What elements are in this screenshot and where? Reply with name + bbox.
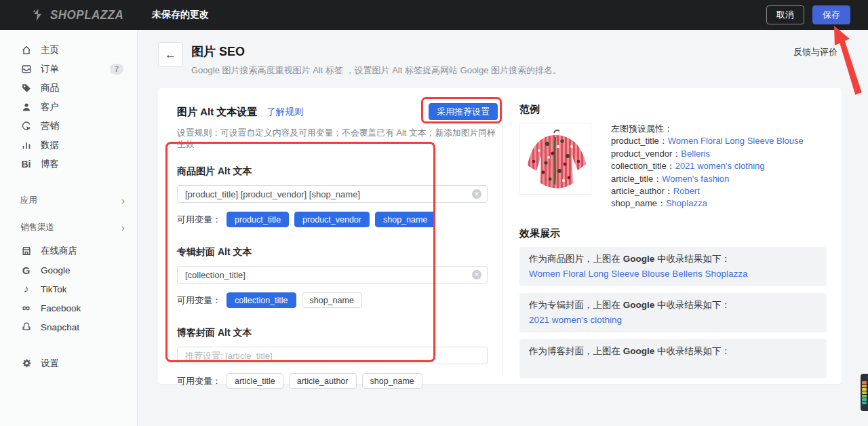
collection-alt-section: 专辑封面 Alt 文本 ✕ 可用变量： collection_title sho… xyxy=(177,246,502,308)
back-arrow-icon: ← xyxy=(165,48,176,62)
facebook-meta-icon: ∞ xyxy=(20,303,32,314)
google-icon: G xyxy=(20,265,32,276)
storefront-icon xyxy=(20,246,32,257)
sidebar-item-label: 主页 xyxy=(41,44,59,56)
sidebar-item-online-store[interactable]: 在线商店 xyxy=(0,241,137,260)
sidebar-item-label: Facebook xyxy=(41,303,81,313)
sidebar-item-label: Google xyxy=(41,265,71,275)
chevron-right-icon: › xyxy=(121,222,125,233)
shoplazza-logo-icon xyxy=(31,8,45,22)
feedback-widget[interactable] xyxy=(861,374,868,411)
clear-input-icon[interactable]: ✕ xyxy=(472,189,481,199)
home-icon xyxy=(20,45,32,56)
sidebar-item-label: 数据 xyxy=(41,139,59,151)
topbar: SHOPLAZZA 未保存的更改 取消 保存 xyxy=(0,0,868,30)
example-product-image xyxy=(519,123,591,195)
example-column: 范例 xyxy=(503,88,842,384)
property-row: product_vendor：Belleris xyxy=(611,148,804,160)
marketing-icon xyxy=(20,121,32,132)
blog-alt-input[interactable] xyxy=(177,347,488,364)
sidebar-item-tiktok[interactable]: ♪ TikTok xyxy=(0,279,137,298)
products-tag-icon xyxy=(20,83,32,94)
unsaved-changes-text: 未保存的更改 xyxy=(152,9,209,21)
blog-alt-section: 博客封面 Alt 文本 可用变量： article_title article_… xyxy=(177,327,502,389)
sidebar-item-label: 客户 xyxy=(41,101,59,113)
sidebar: 主页 订单 7 商品 客户 xyxy=(0,30,138,426)
sidebar-item-label: 博客 xyxy=(41,158,59,170)
variable-tag-product-vendor[interactable]: product_vendor xyxy=(294,212,370,227)
shoplazza-logo-text: SHOPLAZZA xyxy=(50,7,123,22)
image-seo-card: 图片 Alt 文本设置 了解规则 采用推荐设置 设置规则：可设置自定义内容及可用… xyxy=(158,88,842,384)
clear-input-icon[interactable]: ✕ xyxy=(472,270,481,279)
property-row: collection_title：2021 women's clothing xyxy=(611,160,804,172)
section-label: 博客封面 Alt 文本 xyxy=(177,327,502,339)
preset-heading: 左图预设属性： xyxy=(611,123,804,135)
result-box-product: 作为商品图片，上图在 Google 中收录结果如下： Women Floral … xyxy=(519,247,827,286)
result-box-blog: 作为博客封面，上图在 Google 中收录结果如下： xyxy=(519,339,827,379)
sidebar-item-label: Snapchat xyxy=(41,322,79,332)
section-label: 商品图片 Alt 文本 xyxy=(177,166,502,178)
blog-icon: Bi xyxy=(20,159,32,170)
customers-icon xyxy=(20,102,32,113)
sidebar-item-label: 商品 xyxy=(41,82,59,94)
variable-tag-collection-title[interactable]: collection_title xyxy=(226,292,296,308)
settings-title: 图片 Alt 文本设置 xyxy=(177,106,257,119)
variable-tag-shop-name[interactable]: shop_name xyxy=(362,373,422,389)
shoplazza-logo: SHOPLAZZA xyxy=(31,8,133,22)
variable-tag-shop-name[interactable]: shop_name xyxy=(302,292,362,308)
variable-tag-article-author[interactable]: article_author xyxy=(289,373,357,389)
apply-recommended-button[interactable]: 采用推荐设置 xyxy=(429,103,498,120)
sidebar-item-facebook[interactable]: ∞ Facebook xyxy=(0,298,137,317)
feedback-link[interactable]: 反馈与评价 xyxy=(793,46,837,58)
sidebar-item-label: 在线商店 xyxy=(41,245,77,257)
rule-note: 设置规则：可设置自定义内容及可用变量；不会覆盖已有 Alt 文本；新添加图片同样… xyxy=(177,128,502,151)
page-title: 图片 SEO xyxy=(191,43,245,60)
product-alt-input[interactable] xyxy=(177,185,488,203)
cancel-button[interactable]: 取消 xyxy=(766,5,804,24)
sidebar-item-blog[interactable]: Bi 博客 xyxy=(0,155,137,174)
snapchat-ghost-icon xyxy=(20,322,32,333)
back-button[interactable]: ← xyxy=(158,42,183,67)
product-alt-section: 商品图片 Alt 文本 ✕ 可用变量： product_title produc… xyxy=(177,166,502,227)
variables-label: 可用变量： xyxy=(177,214,221,226)
result-link[interactable]: 2021 women's clothing xyxy=(529,315,817,326)
property-row: article_title：Women's fashion xyxy=(611,173,804,185)
topbar-actions: 取消 保存 xyxy=(766,5,850,24)
sidebar-item-products[interactable]: 商品 xyxy=(0,79,137,98)
bar-chart-icon xyxy=(20,140,32,151)
save-button[interactable]: 保存 xyxy=(812,5,850,24)
sidebar-item-settings[interactable]: 设置 xyxy=(0,354,137,373)
sidebar-item-home[interactable]: 主页 xyxy=(0,41,137,60)
variable-tag-article-title[interactable]: article_title xyxy=(226,373,283,389)
sidebar-group-apps[interactable]: 应用 › xyxy=(0,191,137,209)
orders-icon xyxy=(20,64,32,75)
result-link xyxy=(529,361,817,372)
result-link[interactable]: Women Floral Long Sleeve Blouse Belleris… xyxy=(529,269,817,279)
result-box-collection: 作为专辑封面，上图在 Google 中收录结果如下： 2021 women's … xyxy=(519,293,827,332)
variables-label: 可用变量： xyxy=(177,375,221,387)
sidebar-group-label: 销售渠道 xyxy=(20,222,54,233)
orders-count-badge: 7 xyxy=(110,64,123,75)
sidebar-item-snapchat[interactable]: Snapchat xyxy=(0,317,137,336)
page-subtitle: Google 图片搜索高度重视图片 Alt 标签 ，设置图片 Alt 标签提高网… xyxy=(191,64,561,77)
collection-alt-input[interactable] xyxy=(177,266,488,284)
chevron-right-icon: › xyxy=(121,195,125,206)
sidebar-item-marketing[interactable]: 营销 xyxy=(0,117,137,136)
variables-label: 可用变量： xyxy=(177,294,221,307)
sidebar-group-sales-channels[interactable]: 销售渠道 › xyxy=(0,218,137,236)
sidebar-item-label: 营销 xyxy=(41,120,59,132)
sidebar-item-orders[interactable]: 订单 7 xyxy=(0,60,137,79)
sidebar-item-customers[interactable]: 客户 xyxy=(0,98,137,117)
page-header: ← 图片 SEO Google 图片搜索高度重视图片 Alt 标签 ，设置图片 … xyxy=(158,39,842,84)
sidebar-item-analytics[interactable]: 数据 xyxy=(0,136,137,155)
section-label: 专辑封面 Alt 文本 xyxy=(177,246,502,258)
sidebar-item-label: TikTok xyxy=(41,284,67,294)
sidebar-item-label: 订单 xyxy=(41,63,59,75)
property-row: article_author：Robert xyxy=(611,185,804,197)
property-row: shop_name：Shoplazza xyxy=(611,197,804,210)
sidebar-item-google[interactable]: G Google xyxy=(0,260,137,279)
variable-tag-product-title[interactable]: product_title xyxy=(226,212,289,227)
sidebar-group-label: 应用 xyxy=(20,195,37,206)
learn-rules-link[interactable]: 了解规则 xyxy=(267,106,303,118)
variable-tag-shop-name[interactable]: shop_name xyxy=(375,212,435,227)
